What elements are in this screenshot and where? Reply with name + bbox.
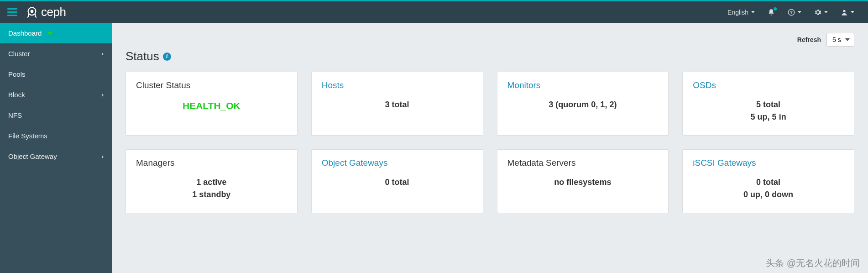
card-value: no filesystems: [507, 176, 659, 189]
sidebar-item-label: Object Gateway: [8, 152, 57, 160]
section-title-text: Status: [125, 49, 159, 63]
brand-text: ceph: [41, 5, 66, 19]
card-title: Managers: [136, 158, 287, 168]
card-value: 3 (quorum 0, 1, 2): [507, 99, 659, 111]
sidebar-item-label: Dashboard: [8, 29, 42, 37]
info-icon[interactable]: i: [163, 52, 171, 61]
refresh-controls: Refresh 5 s: [125, 33, 854, 47]
caret-down-icon: [798, 11, 801, 13]
section-title: Status i: [125, 49, 854, 63]
menu-toggle-button[interactable]: [7, 8, 17, 16]
gear-icon: [814, 9, 821, 16]
sidebar-item-label: Cluster: [8, 50, 30, 58]
sidebar-item-filesystems[interactable]: File Systems: [0, 126, 112, 146]
help-icon: ?: [788, 9, 795, 16]
card-title: Object Gateways: [322, 158, 473, 168]
sidebar-item-label: File Systems: [8, 132, 47, 140]
card-title: Monitors: [507, 80, 659, 90]
caret-down-icon: [824, 11, 828, 13]
chevron-right-icon: ›: [102, 91, 104, 98]
sidebar-item-cluster[interactable]: Cluster ›: [0, 43, 112, 64]
sidebar-item-pools[interactable]: Pools: [0, 64, 112, 84]
card-value-line2: 1 standby: [136, 189, 287, 201]
card-osds[interactable]: OSDs 5 total 5 up, 5 in: [682, 72, 854, 136]
card-metadata-servers: Metadata Servers no filesystems: [497, 149, 669, 213]
card-title: OSDs: [693, 80, 844, 90]
card-object-gateways[interactable]: Object Gateways 0 total: [311, 149, 483, 213]
chevron-right-icon: ›: [102, 153, 104, 160]
refresh-interval-select[interactable]: 5 s: [826, 33, 854, 47]
svg-point-4: [843, 10, 845, 12]
svg-point-1: [31, 10, 34, 13]
card-hosts[interactable]: Hosts 3 total: [311, 72, 483, 136]
refresh-label: Refresh: [797, 36, 821, 43]
topbar: ceph English ?: [0, 0, 868, 23]
user-icon: [841, 9, 848, 16]
card-title: Cluster Status: [136, 80, 287, 90]
sidebar-item-block[interactable]: Block ›: [0, 84, 112, 105]
card-title: iSCSI Gateways: [693, 158, 844, 168]
card-monitors[interactable]: Monitors 3 (quorum 0, 1, 2): [497, 72, 669, 136]
notifications-button[interactable]: [761, 9, 781, 16]
card-value-line1: 1 active: [136, 176, 287, 189]
card-value: 0 total: [322, 176, 473, 189]
card-value-line2: 0 up, 0 down: [693, 189, 844, 201]
sidebar-item-object-gateway[interactable]: Object Gateway ›: [0, 146, 112, 167]
caret-down-icon: [751, 11, 755, 13]
sidebar: Dashboard ❤ Cluster › Pools Block › NFS …: [0, 23, 112, 273]
svg-text:?: ?: [790, 10, 793, 15]
notification-dot-icon: [774, 7, 777, 10]
sidebar-item-nfs[interactable]: NFS: [0, 105, 112, 126]
user-menu[interactable]: [834, 9, 861, 16]
language-label: English: [727, 9, 748, 16]
sidebar-item-label: NFS: [8, 111, 22, 119]
card-value-line1: 5 total: [693, 99, 844, 111]
health-status-value: HEALTH_OK: [183, 100, 241, 111]
settings-menu[interactable]: [808, 9, 834, 16]
card-cluster-status: Cluster Status HEALTH_OK: [125, 72, 298, 136]
card-value-line1: 0 total: [693, 176, 844, 189]
language-selector[interactable]: English: [721, 9, 761, 16]
sidebar-item-label: Block: [8, 91, 25, 99]
sidebar-item-label: Pools: [8, 70, 26, 78]
card-iscsi-gateways[interactable]: iSCSI Gateways 0 total 0 up, 0 down: [682, 149, 854, 213]
help-menu[interactable]: ?: [781, 9, 808, 16]
card-value-line2: 5 up, 5 in: [693, 111, 844, 123]
card-title: Hosts: [322, 80, 473, 90]
ceph-logo-icon: [26, 6, 38, 19]
status-cards-grid: Cluster Status HEALTH_OK Hosts 3 total M…: [125, 72, 854, 213]
card-title: Metadata Servers: [507, 158, 659, 168]
sidebar-item-dashboard[interactable]: Dashboard ❤: [0, 23, 112, 43]
main-content: Refresh 5 s Status i Cluster Status HEAL…: [112, 23, 868, 273]
caret-down-icon: [851, 11, 854, 13]
health-heart-icon: ❤: [47, 30, 53, 37]
chevron-right-icon: ›: [102, 50, 104, 57]
card-managers: Managers 1 active 1 standby: [125, 149, 298, 213]
card-value: 3 total: [322, 99, 473, 111]
brand-logo[interactable]: ceph: [26, 5, 66, 19]
